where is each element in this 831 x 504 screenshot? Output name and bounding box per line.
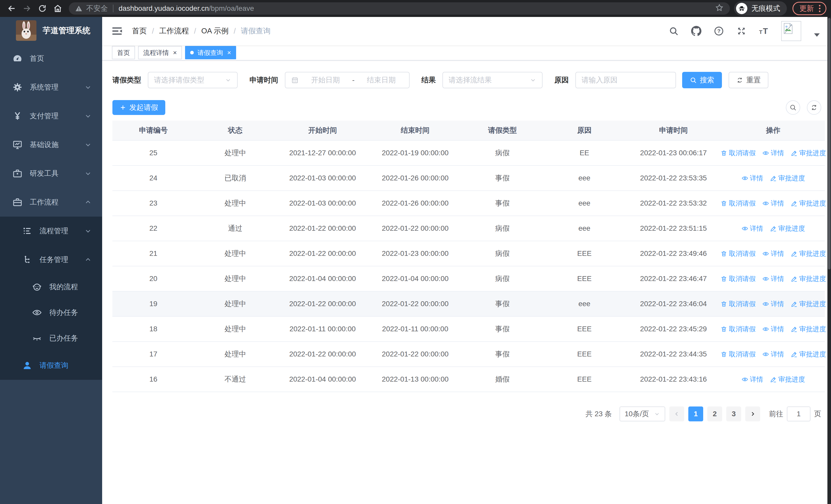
avatar[interactable] xyxy=(781,21,801,41)
action-cancel[interactable]: 取消请假 xyxy=(720,299,755,308)
action-cancel[interactable]: 取消请假 xyxy=(720,249,755,258)
action-detail[interactable]: 详情 xyxy=(762,274,784,283)
next-page-button[interactable] xyxy=(745,407,760,421)
cell-start-time: 2022-01-11 00:00:00 xyxy=(276,325,369,333)
action-progress[interactable]: 审批进度 xyxy=(791,299,826,308)
breadcrumb-oa-example[interactable]: OA 示例 xyxy=(201,26,228,36)
action-progress[interactable]: 审批进度 xyxy=(770,224,805,233)
cell-start-time: 2022-01-22 00:00:00 xyxy=(276,350,369,358)
cell-apply-time: 2022-01-22 23:45:29 xyxy=(625,325,722,333)
tab-process-detail[interactable]: 流程详情 × xyxy=(138,46,182,59)
page-button-1[interactable]: 1 xyxy=(688,407,703,421)
action-detail[interactable]: 详情 xyxy=(762,325,784,334)
avatar-caret-icon[interactable] xyxy=(814,33,820,37)
close-icon[interactable]: × xyxy=(227,49,231,56)
action-detail[interactable]: 详情 xyxy=(741,224,763,233)
browser-menu-icon[interactable] xyxy=(819,5,821,12)
browser-update-button[interactable]: 更新 xyxy=(793,2,826,15)
action-progress[interactable]: 审批进度 xyxy=(791,350,826,359)
cell-id: 25 xyxy=(112,149,194,157)
action-progress[interactable]: 审批进度 xyxy=(791,274,826,283)
sidebar-item-leave-query[interactable]: 请假查询 xyxy=(0,351,102,380)
close-icon[interactable]: × xyxy=(173,49,177,56)
action-detail[interactable]: 详情 xyxy=(762,199,784,208)
browser-back-icon[interactable] xyxy=(5,2,19,16)
action-progress[interactable]: 审批进度 xyxy=(770,174,805,183)
reset-button[interactable]: 重置 xyxy=(728,72,768,88)
apply-time-range-picker[interactable]: 开始日期 - 结束日期 xyxy=(285,72,409,88)
sidebar-item-devtools[interactable]: 研发工具 xyxy=(0,159,102,188)
end-date-placeholder[interactable]: 结束日期 xyxy=(359,75,403,85)
action-detail[interactable]: 详情 xyxy=(762,299,784,308)
breadcrumb-workflow[interactable]: 工作流程 xyxy=(159,26,189,36)
trash-icon xyxy=(720,326,727,333)
sidebar-item-payment[interactable]: 支付管理 xyxy=(0,101,102,130)
font-size-icon[interactable]: TT xyxy=(758,26,769,36)
scrollbar-thumb[interactable] xyxy=(828,18,830,269)
sidebar-collapse-icon[interactable] xyxy=(111,25,123,37)
tab-leave-query[interactable]: 请假查询 × xyxy=(185,46,236,59)
leave-type-select[interactable]: 请选择请假类型 xyxy=(148,72,238,88)
breadcrumb: 首页 / 工作流程 / OA 示例 / 请假查询 xyxy=(132,26,271,36)
refresh-table-button[interactable] xyxy=(807,100,821,115)
goto-page-input[interactable] xyxy=(787,407,810,421)
action-cancel[interactable]: 取消请假 xyxy=(720,149,755,157)
cell-actions: 取消请假详情审批进度 xyxy=(721,325,825,334)
help-icon[interactable]: ? xyxy=(713,26,724,36)
create-leave-button[interactable]: 发起请假 xyxy=(112,100,165,115)
action-cancel[interactable]: 取消请假 xyxy=(720,274,755,283)
action-cancel[interactable]: 取消请假 xyxy=(720,325,755,334)
action-detail[interactable]: 详情 xyxy=(762,350,784,359)
sidebar-item-done-tasks[interactable]: 已办任务 xyxy=(0,325,102,351)
eye-icon xyxy=(762,200,769,207)
tab-home[interactable]: 首页 xyxy=(112,46,135,59)
sidebar-item-system[interactable]: 系统管理 xyxy=(0,73,102,101)
browser-home-icon[interactable] xyxy=(51,2,65,16)
action-progress[interactable]: 审批进度 xyxy=(770,375,805,384)
security-label[interactable]: 不安全 xyxy=(86,4,108,13)
search-button[interactable]: 搜索 xyxy=(682,72,722,88)
table-row: 23处理中2022-01-03 00:00:002022-01-26 00:00… xyxy=(112,190,825,215)
page-size-select[interactable]: 10条/页 xyxy=(620,407,665,421)
eye-icon xyxy=(762,250,769,257)
fullscreen-icon[interactable] xyxy=(736,26,747,36)
bookmark-star-icon[interactable] xyxy=(715,3,724,14)
prev-page-button[interactable] xyxy=(669,407,684,421)
sidebar-item-task-mgmt[interactable]: 任务管理 xyxy=(0,245,102,274)
action-detail[interactable]: 详情 xyxy=(762,149,784,157)
action-detail[interactable]: 详情 xyxy=(741,375,763,384)
toggle-search-button[interactable] xyxy=(786,100,800,115)
chevron-down-icon xyxy=(530,77,536,83)
browser-forward-icon[interactable] xyxy=(20,2,34,16)
action-progress[interactable]: 审批进度 xyxy=(791,325,826,334)
sidebar-item-process-mgmt[interactable]: 流程管理 xyxy=(0,216,102,245)
page-button-3[interactable]: 3 xyxy=(726,407,741,421)
sidebar-item-my-process[interactable]: 我的流程 xyxy=(0,274,102,300)
address-bar[interactable]: 不安全 dashboard.yudao.iocoder.cn/bpm/oa/le… xyxy=(69,2,730,14)
github-icon[interactable] xyxy=(691,26,701,36)
reason-input[interactable] xyxy=(575,72,676,88)
sidebar-item-home[interactable]: 首页 xyxy=(0,44,102,73)
table-row: 19处理中2022-01-22 00:00:002022-01-22 00:00… xyxy=(112,291,825,316)
breadcrumb-home[interactable]: 首页 xyxy=(132,26,147,36)
update-label[interactable]: 更新 xyxy=(799,4,814,13)
browser-reload-icon[interactable] xyxy=(35,2,49,16)
sidebar-item-workflow[interactable]: 工作流程 xyxy=(0,188,102,216)
page-button-2[interactable]: 2 xyxy=(707,407,722,421)
cell-start-time: 2021-12-27 00:00:00 xyxy=(276,149,369,157)
search-icon[interactable] xyxy=(668,26,679,36)
action-cancel[interactable]: 取消请假 xyxy=(720,199,755,208)
action-progress[interactable]: 审批进度 xyxy=(791,199,826,208)
action-detail[interactable]: 详情 xyxy=(762,249,784,258)
page-scrollbar[interactable] xyxy=(827,17,831,504)
start-date-placeholder[interactable]: 开始日期 xyxy=(303,75,347,85)
sidebar-item-todo-tasks[interactable]: 待办任务 xyxy=(0,300,102,325)
action-progress[interactable]: 审批进度 xyxy=(791,249,826,258)
action-detail[interactable]: 详情 xyxy=(741,174,763,183)
sidebar-item-infra[interactable]: 基础设施 xyxy=(0,130,102,159)
action-progress[interactable]: 审批进度 xyxy=(791,149,826,157)
action-cancel[interactable]: 取消请假 xyxy=(720,350,755,359)
cell-status: 处理中 xyxy=(194,249,276,259)
cell-actions: 取消请假详情审批进度 xyxy=(721,149,825,157)
result-select[interactable]: 请选择流结果 xyxy=(442,72,543,88)
